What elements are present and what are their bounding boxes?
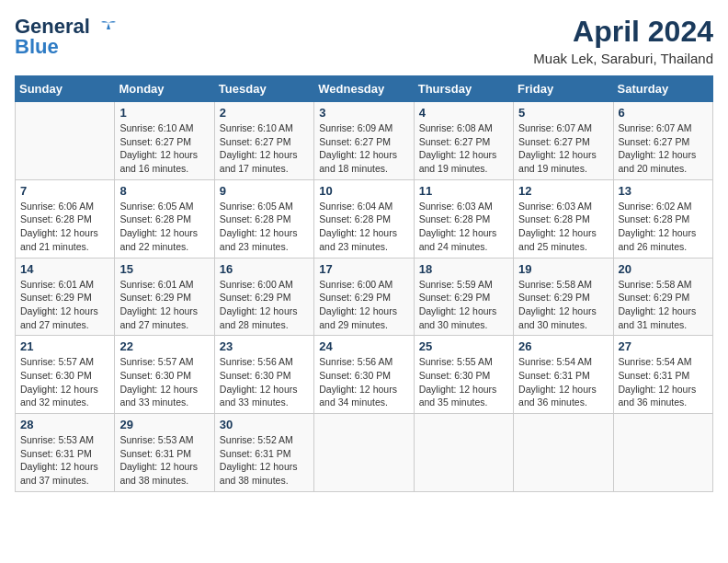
- day-header-monday: Monday: [115, 76, 214, 102]
- day-number: 18: [419, 262, 508, 276]
- calendar-cell: 28Sunrise: 5:53 AM Sunset: 6:31 PM Dayli…: [16, 414, 115, 492]
- calendar-cell: 20Sunrise: 5:58 AM Sunset: 6:29 PM Dayli…: [613, 258, 712, 336]
- calendar-cell: 1Sunrise: 6:10 AM Sunset: 6:27 PM Daylig…: [115, 102, 214, 180]
- calendar-cell: 25Sunrise: 5:55 AM Sunset: 6:30 PM Dayli…: [414, 336, 513, 414]
- day-number: 12: [518, 184, 608, 198]
- calendar-cell: 27Sunrise: 5:54 AM Sunset: 6:31 PM Dayli…: [613, 336, 712, 414]
- day-number: 10: [319, 184, 408, 198]
- calendar-cell: 18Sunrise: 5:59 AM Sunset: 6:29 PM Dayli…: [414, 258, 513, 336]
- day-number: 16: [220, 262, 309, 276]
- day-info: Sunrise: 5:53 AM Sunset: 6:31 PM Dayligh…: [119, 433, 209, 488]
- week-row-4: 21Sunrise: 5:57 AM Sunset: 6:30 PM Dayli…: [16, 336, 713, 414]
- day-number: 27: [619, 339, 708, 353]
- day-info: Sunrise: 5:58 AM Sunset: 6:29 PM Dayligh…: [619, 278, 708, 332]
- calendar-cell: [16, 102, 115, 180]
- day-number: 21: [20, 339, 109, 353]
- day-info: Sunrise: 5:54 AM Sunset: 6:31 PM Dayligh…: [518, 355, 608, 409]
- calendar-cell: 13Sunrise: 6:02 AM Sunset: 6:28 PM Dayli…: [613, 179, 712, 258]
- day-number: 30: [220, 418, 309, 431]
- day-info: Sunrise: 6:10 AM Sunset: 6:27 PM Dayligh…: [220, 121, 309, 176]
- day-header-thursday: Thursday: [414, 76, 513, 102]
- calendar-cell: 26Sunrise: 5:54 AM Sunset: 6:31 PM Dayli…: [514, 336, 613, 414]
- day-info: Sunrise: 6:04 AM Sunset: 6:28 PM Dayligh…: [319, 200, 408, 254]
- day-info: Sunrise: 5:57 AM Sunset: 6:30 PM Dayligh…: [119, 355, 209, 409]
- day-info: Sunrise: 6:00 AM Sunset: 6:29 PM Dayligh…: [319, 278, 408, 332]
- day-number: 9: [220, 184, 309, 198]
- day-info: Sunrise: 5:56 AM Sunset: 6:30 PM Dayligh…: [220, 355, 309, 409]
- calendar-cell: 19Sunrise: 5:58 AM Sunset: 6:29 PM Dayli…: [514, 258, 613, 336]
- calendar-cell: 16Sunrise: 6:00 AM Sunset: 6:29 PM Dayli…: [214, 258, 313, 336]
- day-info: Sunrise: 6:01 AM Sunset: 6:29 PM Dayligh…: [20, 278, 109, 332]
- day-number: 28: [20, 418, 109, 431]
- calendar-cell: [414, 414, 513, 492]
- day-info: Sunrise: 6:08 AM Sunset: 6:27 PM Dayligh…: [419, 121, 508, 176]
- calendar-cell: 30Sunrise: 5:52 AM Sunset: 6:31 PM Dayli…: [214, 414, 313, 492]
- calendar-cell: 17Sunrise: 6:00 AM Sunset: 6:29 PM Dayli…: [314, 258, 414, 336]
- day-info: Sunrise: 6:02 AM Sunset: 6:28 PM Dayligh…: [619, 200, 708, 254]
- day-number: 22: [119, 339, 209, 353]
- day-header-friday: Friday: [514, 76, 613, 102]
- month-title: April 2024: [533, 15, 713, 49]
- calendar-cell: 8Sunrise: 6:05 AM Sunset: 6:28 PM Daylig…: [115, 179, 214, 258]
- week-row-5: 28Sunrise: 5:53 AM Sunset: 6:31 PM Dayli…: [16, 414, 713, 492]
- day-info: Sunrise: 6:03 AM Sunset: 6:28 PM Dayligh…: [518, 200, 608, 254]
- day-info: Sunrise: 5:54 AM Sunset: 6:31 PM Dayligh…: [619, 355, 708, 409]
- logo: General Blue: [15, 15, 119, 59]
- day-info: Sunrise: 5:59 AM Sunset: 6:29 PM Dayligh…: [419, 278, 508, 332]
- calendar-cell: 15Sunrise: 6:01 AM Sunset: 6:29 PM Dayli…: [115, 258, 214, 336]
- calendar-cell: 9Sunrise: 6:05 AM Sunset: 6:28 PM Daylig…: [214, 179, 313, 258]
- calendar-cell: 23Sunrise: 5:56 AM Sunset: 6:30 PM Dayli…: [214, 336, 313, 414]
- day-number: 3: [319, 106, 408, 120]
- day-info: Sunrise: 5:58 AM Sunset: 6:29 PM Dayligh…: [518, 278, 608, 332]
- day-info: Sunrise: 6:03 AM Sunset: 6:28 PM Dayligh…: [419, 200, 508, 254]
- day-info: Sunrise: 6:05 AM Sunset: 6:28 PM Dayligh…: [220, 200, 309, 254]
- calendar-cell: 2Sunrise: 6:10 AM Sunset: 6:27 PM Daylig…: [214, 102, 313, 180]
- week-row-3: 14Sunrise: 6:01 AM Sunset: 6:29 PM Dayli…: [16, 258, 713, 336]
- day-info: Sunrise: 6:07 AM Sunset: 6:27 PM Dayligh…: [619, 121, 708, 176]
- calendar-cell: 14Sunrise: 6:01 AM Sunset: 6:29 PM Dayli…: [16, 258, 115, 336]
- logo-blue: Blue: [15, 35, 59, 59]
- day-info: Sunrise: 5:55 AM Sunset: 6:30 PM Dayligh…: [419, 355, 508, 409]
- day-info: Sunrise: 6:05 AM Sunset: 6:28 PM Dayligh…: [119, 200, 209, 254]
- day-header-tuesday: Tuesday: [214, 76, 313, 102]
- day-number: 13: [619, 184, 708, 198]
- calendar-cell: 5Sunrise: 6:07 AM Sunset: 6:27 PM Daylig…: [514, 102, 613, 180]
- day-header-sunday: Sunday: [16, 76, 115, 102]
- location-subtitle: Muak Lek, Saraburi, Thailand: [533, 51, 713, 66]
- calendar-cell: [613, 414, 712, 492]
- day-number: 2: [220, 106, 309, 120]
- day-number: 15: [119, 262, 209, 276]
- day-header-wednesday: Wednesday: [314, 76, 414, 102]
- day-number: 26: [518, 339, 608, 353]
- day-number: 24: [319, 339, 408, 353]
- calendar-cell: 6Sunrise: 6:07 AM Sunset: 6:27 PM Daylig…: [613, 102, 712, 180]
- day-number: 11: [419, 184, 508, 198]
- day-number: 29: [119, 418, 209, 431]
- day-number: 8: [119, 184, 209, 198]
- week-row-2: 7Sunrise: 6:06 AM Sunset: 6:28 PM Daylig…: [16, 179, 713, 258]
- day-info: Sunrise: 6:00 AM Sunset: 6:29 PM Dayligh…: [220, 278, 309, 332]
- day-number: 4: [419, 106, 508, 120]
- title-block: April 2024 Muak Lek, Saraburi, Thailand: [533, 15, 713, 66]
- calendar-cell: 11Sunrise: 6:03 AM Sunset: 6:28 PM Dayli…: [414, 179, 513, 258]
- day-number: 6: [619, 106, 708, 120]
- day-number: 17: [319, 262, 408, 276]
- day-number: 14: [20, 262, 109, 276]
- day-info: Sunrise: 6:06 AM Sunset: 6:28 PM Dayligh…: [20, 200, 109, 254]
- page-header: General Blue April 2024 Muak Lek, Sarabu…: [15, 15, 713, 66]
- calendar-cell: 22Sunrise: 5:57 AM Sunset: 6:30 PM Dayli…: [115, 336, 214, 414]
- calendar-cell: [314, 414, 414, 492]
- calendar-cell: 7Sunrise: 6:06 AM Sunset: 6:28 PM Daylig…: [16, 179, 115, 258]
- day-header-saturday: Saturday: [613, 76, 712, 102]
- calendar-cell: 21Sunrise: 5:57 AM Sunset: 6:30 PM Dayli…: [16, 336, 115, 414]
- day-info: Sunrise: 6:09 AM Sunset: 6:27 PM Dayligh…: [319, 121, 408, 176]
- calendar-cell: 29Sunrise: 5:53 AM Sunset: 6:31 PM Dayli…: [115, 414, 214, 492]
- day-number: 7: [20, 184, 109, 198]
- day-info: Sunrise: 6:01 AM Sunset: 6:29 PM Dayligh…: [119, 278, 209, 332]
- day-number: 20: [619, 262, 708, 276]
- day-number: 25: [419, 339, 508, 353]
- calendar-cell: 24Sunrise: 5:56 AM Sunset: 6:30 PM Dayli…: [314, 336, 414, 414]
- day-info: Sunrise: 5:52 AM Sunset: 6:31 PM Dayligh…: [220, 433, 309, 488]
- day-number: 5: [518, 106, 608, 120]
- week-row-1: 1Sunrise: 6:10 AM Sunset: 6:27 PM Daylig…: [16, 102, 713, 180]
